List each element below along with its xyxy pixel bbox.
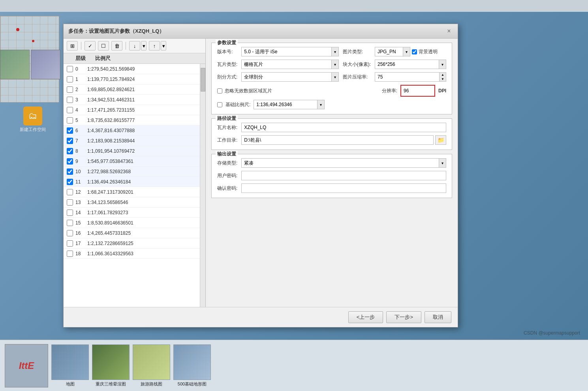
layer-row[interactable]: 4 1:17,471,265.7231155 (64, 105, 200, 115)
workspace-icon[interactable]: 🗂 新建工作空间 (4, 107, 61, 133)
layer-checkbox[interactable] (67, 97, 73, 103)
version-arrow[interactable]: ▾ (331, 47, 338, 56)
layer-checkbox[interactable] (67, 210, 73, 216)
map-thumb-img-4 (173, 344, 211, 380)
layer-row[interactable]: 17 1:2,132.72286659125 (64, 238, 200, 249)
split-method-arrow[interactable]: ▾ (331, 73, 338, 81)
bg-transparent-checkbox[interactable] (412, 49, 417, 54)
layer-row[interactable]: 13 1:34,123.56586546 (64, 197, 200, 208)
scrollbar[interactable] (200, 64, 205, 307)
layer-checkbox[interactable] (67, 240, 73, 247)
toolbar-export-arrow[interactable]: ▾ (161, 41, 166, 51)
image-type-select[interactable]: JPG_PN ▾ (375, 47, 410, 56)
layer-row[interactable]: 12 1:68,247.1317309201 (64, 187, 200, 197)
block-size-arrow[interactable]: ▾ (439, 60, 446, 69)
layer-checkbox[interactable] (67, 251, 73, 257)
params-section: 参数设置 版本号: 5.0 - 适用于 iSe ▾ 图片类型: JPG_PN (211, 43, 452, 114)
layer-checkbox[interactable] (67, 199, 73, 206)
map-thumb-4[interactable]: 500基础地形图 (173, 344, 211, 387)
layer-row[interactable]: 7 1:2,183,908.21538944 (64, 136, 200, 146)
storage-type-label: 存储类型: (217, 160, 237, 167)
dpi-input[interactable] (402, 86, 434, 95)
right-panel: 参数设置 版本号: 5.0 - 适用于 iSe ▾ 图片类型: JPG_PN (206, 39, 458, 307)
password-input[interactable] (241, 171, 446, 180)
layer-row[interactable]: 0 1:279,540,251.569849 (64, 64, 200, 74)
layer-row[interactable]: 8 1:1,091,954.10769472 (64, 146, 200, 156)
layer-checkbox[interactable] (67, 189, 73, 195)
tile-type-label: 瓦片类型: (217, 61, 237, 68)
toolbar-grid-btn[interactable]: ⊞ (67, 41, 78, 51)
layer-checkbox[interactable] (67, 138, 73, 144)
layer-checkbox[interactable] (67, 86, 73, 93)
storage-type-arrow[interactable]: ▾ (439, 159, 446, 167)
map-thumb-3[interactable]: 旅游路线图 (133, 344, 170, 387)
compression-spinner[interactable]: ▲ ▼ (375, 72, 446, 82)
layer-row[interactable]: 15 1:8,530.89146636501 (64, 218, 200, 228)
toolbar-export-btn[interactable]: ↑ (149, 41, 160, 51)
toolbar-uncheck-btn[interactable]: ☐ (98, 41, 109, 51)
compression-input[interactable] (375, 73, 439, 80)
layer-checkbox[interactable] (67, 230, 73, 236)
split-method-value: 全球剖分 (242, 73, 331, 81)
map-thumb-2[interactable]: 重庆三维晕渲图 (92, 344, 130, 387)
toolbar-check-btn[interactable]: ✓ (85, 41, 96, 51)
itte-label: IttE (5, 344, 48, 387)
next-button[interactable]: 下一步> (386, 311, 421, 323)
tile-type-select[interactable]: 栅格瓦片 ▾ (241, 60, 338, 69)
layer-checkbox[interactable] (67, 117, 73, 123)
browse-button[interactable]: 📁 (435, 135, 446, 145)
toolbar-import-dropdown[interactable]: ↓ ▾ (129, 41, 147, 51)
layer-checkbox[interactable] (67, 148, 73, 154)
layer-level: 15 (75, 220, 87, 226)
layer-row[interactable]: 18 1:1,066.36143329563 (64, 249, 200, 259)
toolbar-export-dropdown[interactable]: ↑ ▾ (149, 41, 166, 51)
scrollbar-thumb[interactable] (201, 68, 205, 92)
base-scale-select[interactable]: 1:136,494.26346 ▾ (254, 100, 325, 109)
layer-checkbox[interactable] (67, 158, 73, 165)
compression-label: 图片压缩率: (343, 74, 371, 80)
storage-type-select[interactable]: 紧凑 ▾ (241, 158, 446, 168)
spinner-down[interactable]: ▼ (440, 77, 446, 81)
work-dir-input[interactable] (241, 135, 434, 145)
layer-row[interactable]: 3 1:34,942,531.4462311 (64, 95, 200, 105)
layer-checkbox[interactable] (67, 66, 73, 72)
version-select[interactable]: 5.0 - 适用于 iSe ▾ (241, 47, 338, 56)
layer-checkbox[interactable] (67, 76, 73, 82)
layer-checkbox[interactable] (67, 107, 73, 113)
split-method-select[interactable]: 全球剖分 ▾ (241, 72, 338, 82)
map-thumb-1[interactable]: 地图 (51, 344, 89, 387)
toolbar-import-arrow[interactable]: ▾ (141, 41, 147, 51)
toolbar-import-btn[interactable]: ↓ (129, 41, 140, 51)
block-size-select[interactable]: 256*256 ▾ (375, 60, 446, 69)
layer-row[interactable]: 1 1:139,770,125.784924 (64, 74, 200, 84)
layer-checkbox[interactable] (67, 127, 73, 134)
map-thumb-img-1 (51, 344, 89, 380)
ignore-invalid-checkbox[interactable] (217, 88, 222, 94)
layer-row[interactable]: 2 1:69,885,062.8924621 (64, 84, 200, 95)
spinner-up[interactable]: ▲ (440, 73, 446, 77)
layer-list[interactable]: 0 1:279,540,251.569849 1 1:139,770,125.7… (64, 64, 200, 307)
layer-checkbox[interactable] (67, 179, 73, 185)
layer-row[interactable]: 10 1:272,988.52692368 (64, 167, 200, 177)
layer-row[interactable]: 14 1:17,061.78293273 (64, 208, 200, 218)
layer-row[interactable]: 9 1:545,977.053847361 (64, 156, 200, 167)
tile-type-arrow[interactable]: ▾ (331, 60, 338, 69)
layer-checkbox[interactable] (67, 168, 73, 175)
cancel-button[interactable]: 取消 (425, 311, 451, 323)
confirm-password-input[interactable] (241, 183, 446, 193)
layer-row[interactable]: 11 1:136,494.26346184 (64, 177, 200, 187)
layer-row[interactable]: 6 1:4,367,816.43077888 (64, 125, 200, 136)
layer-scale: 1:8,530.89146636501 (87, 220, 197, 226)
toolbar-delete-btn[interactable]: 🗑 (111, 41, 122, 51)
image-type-arrow[interactable]: ▾ (403, 47, 410, 56)
tile-name-input[interactable] (241, 123, 446, 132)
base-scale-checkbox[interactable] (217, 102, 222, 107)
layer-row[interactable]: 16 1:4,265.4457331825 (64, 228, 200, 238)
layer-scale: 1:139,770,125.784924 (87, 77, 197, 82)
work-dir-label: 工作目录: (217, 137, 237, 144)
close-button[interactable]: × (445, 27, 453, 35)
layer-checkbox[interactable] (67, 220, 73, 226)
base-scale-arrow[interactable]: ▾ (317, 100, 324, 109)
layer-row[interactable]: 5 1:8,735,632.86155777 (64, 115, 200, 125)
prev-button[interactable]: <上一步 (348, 311, 383, 323)
